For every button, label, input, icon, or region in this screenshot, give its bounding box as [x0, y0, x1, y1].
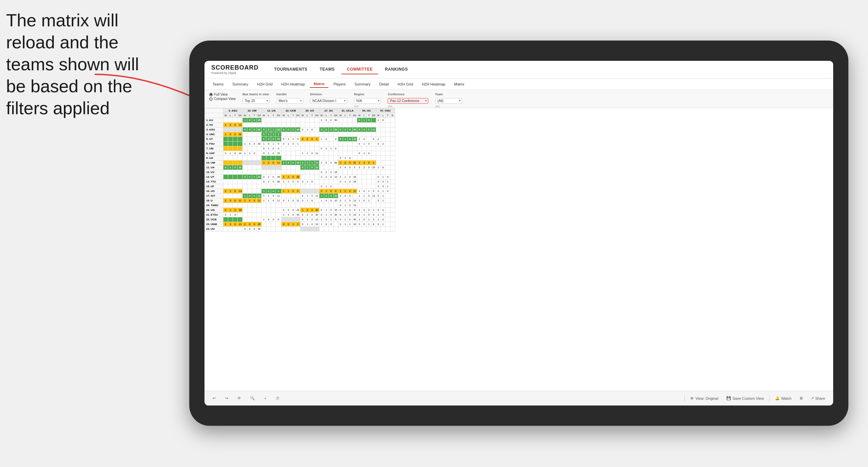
full-view-radio[interactable] — [209, 93, 213, 96]
row-label-um: 7. UM — [205, 146, 223, 151]
gender-label: Gender — [276, 93, 303, 96]
subnav-h2hheatmap2[interactable]: H2H Heatmap — [418, 81, 450, 88]
row-label-ut5: 5. UT — [205, 137, 223, 142]
nav-rankings[interactable]: RANKINGS — [380, 65, 413, 74]
row-label-ua9: 9. UA — [205, 156, 223, 161]
watch-button[interactable]: 🔔 Watch — [772, 395, 794, 402]
col-header-asu: 3. ASU — [223, 108, 243, 113]
division-label: Division — [310, 93, 347, 96]
share-icon: ↗ — [811, 396, 814, 400]
annotation-text: The matrix will reload and the teams sho… — [6, 9, 148, 119]
region-select[interactable]: N/A (All) — [354, 98, 381, 104]
sub-header-row: WLTDif WLTDif WLTDif WLTDif WLTDif WLTDi… — [205, 113, 395, 118]
subnav-summary2[interactable]: Summary — [351, 81, 375, 88]
zoom-out-button[interactable]: 🔍 — [247, 395, 258, 402]
max-teams-select[interactable]: Top 25 Top 10 Top 50 — [242, 98, 269, 104]
subnav-detail[interactable]: Detail — [375, 81, 393, 88]
subnav-h2hgrid2[interactable]: H2H Grid — [393, 81, 417, 88]
eye-icon: 👁 — [690, 396, 694, 400]
col-header-ucb: 22. UCB — [281, 108, 300, 113]
subnav-players[interactable]: Players — [329, 81, 350, 88]
nav-tournaments[interactable]: TOURNAMENTS — [269, 65, 313, 74]
gender-select[interactable]: Men's Women's — [276, 98, 303, 104]
main-nav: TOURNAMENTS TEAMS COMMITTEE RANKINGS — [269, 65, 413, 74]
row-label-asu: 3. ASU — [205, 127, 223, 132]
tablet-screen: SCOREBOARD Powered by clippd TOURNAMENTS… — [204, 61, 833, 405]
subnav-summary1[interactable]: Summary — [228, 81, 252, 88]
table-row: 19. TAMU 01013 — [205, 203, 395, 208]
watch-label: Watch — [781, 396, 792, 400]
view-original-button[interactable]: 👁 View: Original — [688, 395, 721, 402]
team-label: Team — [435, 93, 462, 96]
col-header-uo: 24. UO — [300, 108, 319, 113]
row-label-uf15: 15. UF — [205, 184, 223, 189]
row-label-ua11: 11. UA — [205, 165, 223, 170]
logo-text: SCOREBOARD — [211, 64, 259, 71]
division-filter: Division NCAA Division I NCAA Division I… — [310, 93, 347, 104]
subnav-h2hheatmap1[interactable]: H2H Heatmap — [277, 81, 309, 88]
row-label-au: 1. AU — [205, 118, 223, 123]
subnav-matrix1[interactable]: Matrix — [310, 80, 329, 88]
view-original-label: View: Original — [695, 396, 718, 400]
full-view-option[interactable]: Full View — [209, 93, 236, 96]
subnav-matrix2[interactable]: Matrix — [450, 81, 468, 88]
table-row: 18. U 20011 10011 11011 01011 010 10010 … — [205, 198, 395, 203]
save-icon: 💾 — [726, 396, 731, 400]
table-row: 13. UT 21122 02038 12026 22012 21018 010 — [205, 175, 395, 179]
region-label: Region — [354, 93, 381, 96]
corner-cell — [205, 108, 223, 113]
table-row: 23. UNM 200-21 20025 0010 01010 100 0111… — [205, 222, 395, 227]
compact-view-radio[interactable] — [209, 97, 213, 101]
row-label-uw10: 10. UW — [205, 161, 223, 165]
division-select-wrapper[interactable]: NCAA Division I NCAA Division II — [310, 97, 347, 104]
table-row: 20. UG 010-38 01023 10040 01015 0100 100… — [205, 208, 395, 213]
compact-view-option[interactable]: Compact View — [209, 97, 236, 101]
matrix-area[interactable]: 3. ASU 10. UW 11. UA 22. UCB 24. UO 27. … — [204, 108, 833, 391]
gender-select-wrapper[interactable]: Men's Women's — [276, 97, 303, 104]
row-label-uo16: 16. UO — [205, 189, 223, 194]
table-row: 2. VU 120-12 — [205, 123, 395, 127]
separator1 — [684, 395, 685, 402]
table-row: 9. UA 010 — [205, 156, 395, 161]
row-label-vu: 2. VU — [205, 123, 223, 127]
filter-bar: Full View Compact View Max teams in view… — [204, 90, 833, 108]
grid-button[interactable]: ⊞ — [797, 395, 805, 402]
table-row: 6. FSU 14035 1010 0101 010 02 — [205, 142, 395, 146]
undo-button[interactable]: ↩ — [210, 395, 218, 402]
table-row: 21. ETSU 010 13044 02040 01034 01014 110… — [205, 213, 395, 217]
save-custom-view-button[interactable]: 💾 Save Custom View — [724, 395, 767, 402]
row-label-tamu19: 19. TAMU — [205, 203, 223, 208]
conference-select-wrapper[interactable]: Pac-12 Conference (All) — [388, 97, 428, 104]
team-select[interactable]: (All) — [435, 98, 462, 104]
subnav-h2hgrid1[interactable]: H2H Grid — [253, 81, 276, 88]
division-select[interactable]: NCAA Division I NCAA Division II — [310, 98, 347, 104]
col-header-osu: 57. OSU — [376, 108, 395, 113]
share-button[interactable]: ↗ Share — [808, 395, 828, 402]
redo-button[interactable]: ↪ — [222, 395, 231, 402]
conference-select[interactable]: Pac-12 Conference (All) — [388, 98, 428, 104]
row-label-ttu14: 14. TTU — [205, 179, 223, 184]
matrix-table: 3. ASU 10. UW 11. UA 22. UCB 24. UO 27. … — [204, 108, 395, 231]
share-label: Share — [815, 396, 825, 400]
toolbar-right: 👁 View: Original 💾 Save Custom View 🔔 Wa… — [684, 395, 828, 402]
subnav-teams[interactable]: Teams — [209, 81, 227, 88]
nav-committee[interactable]: COMMITTEE — [341, 65, 378, 74]
table-row: 15. UF 010 301 — [205, 184, 395, 189]
region-select-wrapper[interactable]: N/A (All) — [354, 97, 381, 104]
conference-filter: Conference Pac-12 Conference (All) (All) — [388, 93, 428, 108]
max-teams-select-wrapper[interactable]: Top 25 Top 10 Top 50 — [242, 97, 269, 104]
full-view-label: Full View — [214, 93, 227, 96]
sub-corner — [205, 113, 223, 118]
refresh-button[interactable]: ⟳ — [235, 395, 243, 402]
team-filter: Team (All) (All) — [435, 93, 462, 108]
row-label-etsu21: 21. ETSU — [205, 213, 223, 217]
timer-button[interactable]: ⏱ — [273, 395, 282, 402]
row-label-u18: 18. U — [205, 198, 223, 203]
table-row: 24. UO 02029 — [205, 227, 395, 231]
save-custom-label: Save Custom View — [732, 396, 764, 400]
team-select-wrapper[interactable]: (All) — [435, 97, 462, 104]
nav-teams[interactable]: TEAMS — [314, 65, 340, 74]
table-row: 22. UCB 1400 01012 1013 01040 1010 10 — [205, 217, 395, 222]
col-header-uu: 54. UU — [357, 108, 376, 113]
zoom-in-button[interactable]: + — [262, 395, 269, 402]
